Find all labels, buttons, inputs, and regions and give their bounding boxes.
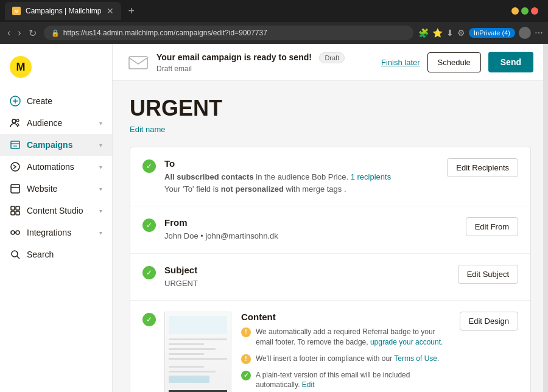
url-bar[interactable]: 🔒 https://us14.admin.mailchimp.com/campa… [44,26,413,40]
subject-check-icon: ✓ [142,266,156,279]
sidebar-item-website[interactable]: Website ▾ [0,178,112,200]
campaigns-icon [10,139,21,150]
svg-rect-17 [11,211,15,215]
audience-chevron: ▾ [99,120,102,127]
campaigns-chevron: ▾ [99,142,102,149]
content-studio-label: Content Studio [27,206,93,215]
sidebar-item-create[interactable]: Create [0,90,112,112]
from-detail: John Doe • john@martinsohn.dk [164,230,466,242]
create-icon [10,96,21,107]
audience-label: Audience [27,118,93,128]
banner-actions: Finish later Schedule Send [381,52,533,72]
terms-of-use-link[interactable]: Terms of Use [394,354,437,363]
back-button[interactable]: ‹ [5,25,13,41]
svg-text:M: M [16,61,26,73]
content-studio-icon [10,205,21,216]
from-label: From [164,217,466,228]
sidebar-item-campaigns[interactable]: Campaigns ▾ [0,134,112,156]
window-controls [511,7,543,15]
sidebar-item-content-studio[interactable]: Content Studio ▾ [0,200,112,222]
favorites-icon[interactable]: ⭐ [432,28,443,38]
svg-line-22 [17,256,19,259]
preview-line-3 [169,343,204,345]
content-inner: Grow your business with Mailchimp Send a… [164,312,450,392]
minimize-button[interactable] [511,7,519,15]
forward-button[interactable]: › [15,25,23,41]
to-detail: All subscribed contacts in the audience … [164,171,447,195]
new-tab-button[interactable]: + [124,5,140,18]
integrations-chevron: ▾ [99,229,102,236]
svg-point-8 [16,119,19,122]
sidebar-item-audience[interactable]: Audience ▾ [0,112,112,134]
preview-line-9 [169,376,209,383]
content-notices: ! We automatically add a required Referr… [241,327,450,390]
integrations-label: Integrations [27,228,93,237]
subject-section: ✓ Subject URGENT Edit Subject [130,254,530,301]
edit-design-button[interactable]: Edit Design [460,312,518,331]
sidebar-navigation: Create Audience ▾ Campaigns ▾ A [0,90,112,385]
notice-3: ✓ A plain-text version of this email wil… [241,370,450,391]
sidebar-item-automations[interactable]: Automations ▾ [0,156,112,178]
settings-icon[interactable]: ⚙ [457,28,465,38]
upgrade-account-link[interactable]: upgrade your account. [370,338,443,346]
maximize-button[interactable] [521,7,529,15]
tab-close-button[interactable]: ✕ [107,6,114,16]
inprivate-badge[interactable]: InPrivate (4) [469,28,515,38]
automations-chevron: ▾ [99,164,102,170]
send-button[interactable]: Send [488,52,533,72]
scrollbar[interactable] [543,44,548,392]
preview-line-8 [169,371,216,373]
banner-subtitle: Draft email [156,65,345,73]
schedule-button[interactable]: Schedule [427,52,481,72]
sidebar-item-search[interactable]: Search [0,243,112,265]
campaign-area: URGENT Edit name ✓ To All subscribed con… [113,81,548,392]
notice-text-3: A plain-text version of this email will … [256,370,450,391]
svg-point-21 [12,251,18,257]
campaign-title: URGENT [130,96,531,121]
edit-subject-button[interactable]: Edit Subject [458,265,518,284]
preview-spacer [169,363,227,364]
notice-text-1: We automatically add a required Referral… [256,327,450,348]
user-avatar[interactable] [519,27,531,39]
draft-badge: Draft [319,52,345,63]
website-icon [10,183,21,194]
mailchimp-logo: M [10,56,32,78]
content-action: Edit Design [460,312,518,331]
content-section: ✓ [130,301,530,392]
svg-rect-14 [11,184,16,187]
from-action: Edit From [466,217,518,236]
preview-line-7 [169,366,204,368]
downloads-icon[interactable]: ⬇ [446,28,454,38]
preview-line-6 [169,358,227,360]
finish-later-button[interactable]: Finish later [381,58,420,67]
sidebar-logo[interactable]: M [0,51,112,90]
from-check-icon: ✓ [142,219,156,232]
svg-rect-18 [16,211,19,215]
envelope-icon [127,51,149,73]
menu-icon[interactable]: ⋯ [535,28,543,38]
active-tab[interactable]: M Campaigns | Mailchimp ✕ [5,2,121,20]
browser-chrome: M Campaigns | Mailchimp ✕ + ‹ › ↻ 🔒 http… [0,0,548,44]
preview-line-5 [169,353,204,355]
search-nav-icon [10,249,21,260]
warning-icon-1: ! [241,327,251,337]
svg-point-19 [11,231,15,234]
website-label: Website [27,184,93,194]
address-bar: ‹ › ↻ 🔒 https://us14.admin.mailchimp.com… [0,22,548,44]
tab-title: Campaigns | Mailchimp [26,7,102,15]
edit-name-link[interactable]: Edit name [130,125,166,134]
sidebar-item-integrations[interactable]: Integrations ▾ [0,222,112,243]
notice-1: ! We automatically add a required Referr… [241,327,450,348]
edit-from-button[interactable]: Edit From [466,217,518,236]
banner-title-wrap: Your email campaign is ready to send! Dr… [156,52,345,73]
recipients-link[interactable]: 1 recipients [351,172,391,181]
refresh-button[interactable]: ↻ [26,25,39,41]
subject-content: Subject URGENT [164,265,458,290]
edit-plaintext-link[interactable]: Edit [302,380,315,389]
close-button[interactable] [531,7,538,15]
banner-title: Your email campaign is ready to send! [156,52,312,62]
email-preview-thumbnail: Grow your business with Mailchimp [164,312,231,392]
extensions-icon[interactable]: 🧩 [418,28,429,38]
edit-recipients-button[interactable]: Edit Recipients [447,158,518,177]
to-label: To [164,158,447,169]
